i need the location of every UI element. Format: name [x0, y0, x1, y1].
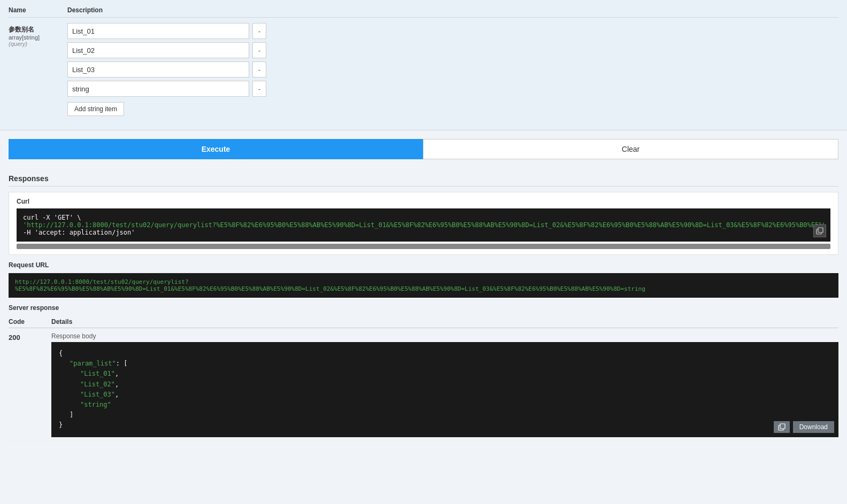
- param-input-3[interactable]: [67, 61, 249, 77]
- response-table-header: Code Details: [9, 316, 838, 328]
- param-row: 参数别名 array[string] (query) - - -: [9, 23, 838, 116]
- action-buttons: Execute Clear: [9, 139, 838, 159]
- details-col-header: Details: [51, 318, 72, 325]
- response-body-line8: }: [59, 420, 831, 430]
- responses-section: Responses Curl curl -X 'GET' \ 'http://1…: [0, 168, 847, 453]
- action-section: Execute Clear: [0, 130, 847, 168]
- responses-title: Responses: [9, 174, 838, 187]
- param-label-main: 参数别名: [9, 25, 67, 34]
- curl-line-1: curl -X 'GET' \: [23, 214, 824, 221]
- param-input-1[interactable]: [67, 23, 249, 39]
- response-body-line7: ]: [59, 410, 831, 420]
- code-col-header: Code: [9, 318, 51, 325]
- request-url-line1: http://127.0.0.1:8000/test/stu02/query/q…: [15, 278, 189, 285]
- response-body-line6: "string": [59, 400, 831, 410]
- col-description-header: Description: [67, 6, 103, 14]
- request-url-block: http://127.0.0.1:8000/test/stu02/query/q…: [9, 273, 838, 298]
- param-label: 参数别名 array[string] (query): [9, 23, 67, 47]
- response-body-line4: "List_02",: [59, 379, 831, 390]
- copy-response-button[interactable]: [774, 421, 790, 433]
- page-container: Name Description 参数别名 array[string] (que…: [0, 0, 847, 504]
- add-string-item-button[interactable]: Add string item: [67, 102, 124, 116]
- response-body-block: { "param_list": [ "List_01", "List_02", …: [51, 342, 838, 437]
- param-input-4[interactable]: [67, 81, 249, 97]
- curl-line-2: 'http://127.0.0.1:8000/test/stu02/query/…: [23, 221, 824, 229]
- response-body-label: Response body: [51, 332, 838, 340]
- curl-scrollable: curl -X 'GET' \ 'http://127.0.0.1:8000/t…: [23, 214, 824, 236]
- response-code-200: 200: [9, 332, 51, 342]
- svg-rect-3: [780, 424, 785, 429]
- curl-header-text: -H 'accept: application/json': [23, 229, 135, 236]
- col-name-header: Name: [9, 6, 67, 14]
- server-response-section: Server response Code Details 200 Respons…: [9, 302, 838, 442]
- input-row-2: -: [67, 42, 838, 58]
- request-url-title: Request URL: [9, 259, 838, 271]
- curl-line-3: -H 'accept: application/json': [23, 229, 824, 236]
- request-url-section: Request URL http://127.0.0.1:8000/test/s…: [9, 259, 838, 298]
- response-body-line1: {: [59, 348, 831, 359]
- download-button[interactable]: Download: [793, 421, 834, 433]
- response-body-line2: "param_list": [: [59, 359, 831, 369]
- input-row-4: -: [67, 81, 838, 97]
- curl-url-text: 'http://127.0.0.1:8000/test/stu02/query/…: [23, 221, 824, 229]
- curl-command-text: curl -X 'GET' \: [23, 214, 81, 221]
- clear-button[interactable]: Clear: [423, 139, 838, 159]
- remove-btn-1[interactable]: -: [252, 23, 266, 39]
- curl-title: Curl: [17, 198, 830, 205]
- curl-section: Curl curl -X 'GET' \ 'http://127.0.0.1:8…: [9, 192, 838, 255]
- server-response-title: Server response: [9, 302, 838, 314]
- param-input-2[interactable]: [67, 42, 249, 58]
- input-row-3: -: [67, 61, 838, 77]
- response-body-line5: "List_03",: [59, 390, 831, 400]
- curl-block: curl -X 'GET' \ 'http://127.0.0.1:8000/t…: [17, 208, 830, 242]
- input-row-1: -: [67, 23, 838, 39]
- remove-btn-3[interactable]: -: [252, 61, 266, 77]
- request-url-line2: %E5%8F%82%E6%95%B0%E5%88%AB%E5%90%8D=Lis…: [15, 285, 645, 292]
- param-label-type: array[string]: [9, 34, 67, 41]
- copy-curl-button[interactable]: [813, 224, 826, 237]
- response-details-200: Response body { "param_list": [ "List_01…: [51, 332, 838, 437]
- svg-rect-1: [818, 228, 823, 232]
- params-header-row: Name Description: [9, 6, 838, 18]
- response-body-line3: "List_01",: [59, 369, 831, 379]
- execute-button[interactable]: Execute: [9, 139, 423, 159]
- remove-btn-4[interactable]: -: [252, 81, 266, 97]
- param-inputs: - - - - Add string item: [67, 23, 838, 116]
- response-row-200: 200 Response body { "param_list": [ "Lis…: [9, 328, 838, 442]
- remove-btn-2[interactable]: -: [252, 42, 266, 58]
- param-label-query: (query): [9, 41, 67, 47]
- curl-scrollbar[interactable]: [17, 244, 830, 249]
- response-actions: Download: [774, 421, 834, 433]
- params-section: Name Description 参数别名 array[string] (que…: [0, 0, 847, 130]
